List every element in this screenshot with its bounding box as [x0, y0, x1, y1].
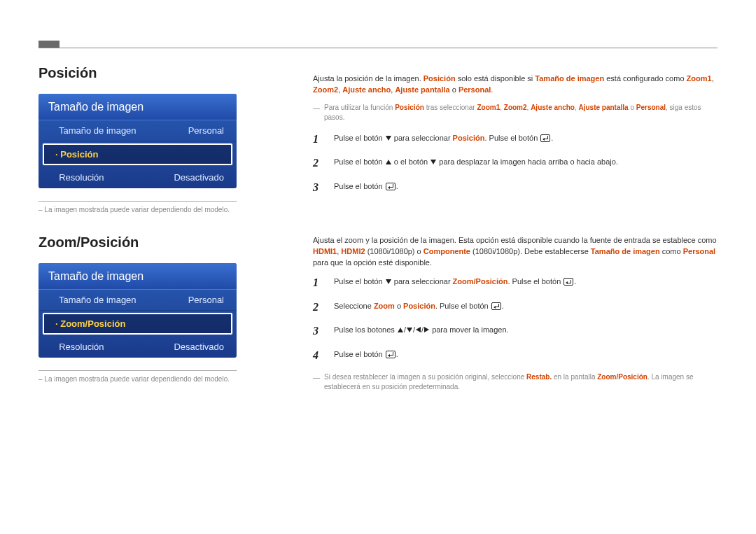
section2-tail-note: Si desea restablecer la imagen a su posi… [313, 372, 718, 392]
arrow-down-icon [386, 279, 391, 284]
menu2-row-2[interactable]: Resolución Desactivado [38, 337, 237, 358]
arrow-up-icon [386, 160, 391, 164]
menu1-row-2[interactable]: Resolución Desactivado [38, 167, 237, 188]
section1-steps: Pulse el botón para seleccionar Posición… [313, 132, 718, 192]
enter-icon [491, 302, 501, 310]
caption2: La imagen mostrada puede variar dependie… [38, 375, 276, 383]
arrow-right-icon [424, 327, 429, 332]
s1-step1: Pulse el botón para seleccionar Posición… [313, 132, 718, 144]
s2-step3: Pulse los botones /// para mover la imag… [313, 324, 718, 336]
menu2-row-1[interactable]: Zoom/Posición [43, 313, 232, 335]
section2-steps: Pulse el botón para seleccionar Zoom/Pos… [313, 276, 718, 360]
menu-box-2: Tamaño de imagen Tamaño de imagen Person… [38, 263, 237, 358]
menu-box-1: Tamaño de imagen Tamaño de imagen Person… [38, 94, 237, 188]
section2-title: Zoom/Posición [38, 234, 276, 251]
menu2-row-0-label: Tamaño de imagen [54, 295, 136, 305]
menu2-row-2-value: Desactivado [174, 342, 224, 352]
menu2-row-0[interactable]: Tamaño de imagen Personal [38, 290, 237, 311]
menu1-row-0-value: Personal [188, 125, 224, 136]
s2-step4: Pulse el botón . [313, 349, 718, 360]
section2-right: Ajusta el zoom y la posición de la image… [313, 235, 718, 392]
menu1-row-2-label: Resolución [54, 172, 104, 183]
enter-icon [564, 278, 573, 286]
section2-intro: Ajusta el zoom y la posición de la image… [313, 235, 718, 269]
menu1-row-1[interactable]: Posición [43, 143, 232, 165]
enter-icon [386, 351, 396, 358]
menu2-row-2-label: Resolución [54, 342, 104, 352]
menu2-row-1-label: Zoom/Posición [55, 318, 125, 329]
s1-step2: Pulse el botón o el botón para desplazar… [313, 156, 718, 168]
section1-note: Para utilizar la función Posición tras s… [313, 103, 718, 122]
menu2-row-0-value: Personal [188, 295, 224, 305]
menu2-title: Tamaño de imagen [38, 263, 237, 290]
left-column: Posición Tamaño de imagen Tamaño de imag… [38, 38, 276, 435]
section1-title: Posición [38, 65, 276, 81]
right-column: Ajusta la posición de la imagen. Posició… [313, 38, 718, 435]
caption1: La imagen mostrada puede variar dependie… [38, 206, 276, 213]
enter-icon [386, 183, 396, 190]
menu1-row-1-label: Posición [55, 149, 98, 160]
arrow-left-icon [416, 327, 421, 332]
arrow-down-icon [407, 328, 412, 332]
menu1-title: Tamaño de imagen [38, 94, 237, 120]
section1-right: Ajusta la posición de la imagen. Posició… [313, 73, 718, 192]
arrow-up-icon [398, 328, 403, 332]
menu1-row-0-label: Tamaño de imagen [54, 125, 136, 136]
arrow-down-icon [386, 136, 391, 141]
s1-step3: Pulse el botón . [313, 181, 718, 192]
s2-step1: Pulse el botón para seleccionar Zoom/Pos… [313, 276, 718, 288]
arrow-down-icon [430, 160, 436, 164]
menu1-row-0[interactable]: Tamaño de imagen Personal [38, 120, 237, 141]
menu1-row-2-value: Desactivado [174, 172, 224, 183]
enter-icon [540, 134, 550, 142]
section1-intro: Ajusta la posición de la imagen. Posició… [313, 73, 718, 96]
s2-step2: Seleccione Zoom o Posición. Pulse el bot… [313, 300, 718, 312]
